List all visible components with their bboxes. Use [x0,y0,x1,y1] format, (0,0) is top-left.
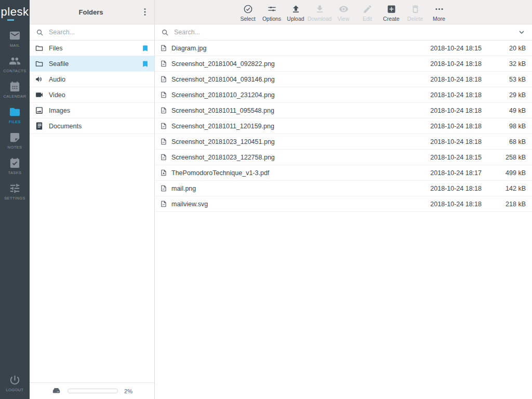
folder-item-video[interactable]: Video [30,87,154,103]
file-name: Screenshot_20181023_120451.png [171,138,414,145]
file-name: Diagram.jpg [171,45,414,52]
folder-item-seafile[interactable]: Seafile [30,56,154,72]
sidebar-item-notes[interactable]: NOTES [0,129,30,152]
eye-icon [339,4,349,14]
task-calendar-icon [9,157,21,169]
folders-search-input[interactable] [48,28,148,36]
file-row[interactable]: mailview.svg 2018-10-24 18:18 218 kB [155,196,532,212]
chevron-down-icon[interactable] [517,28,526,36]
file-name: Screenshot_20181011_120159.png [171,123,414,130]
plesk-logo-underline [7,19,14,21]
image-file-icon [160,184,167,192]
file-row[interactable]: Screenshot_20181023_122758.png 2018-10-2… [155,150,532,165]
sidebar-item-files[interactable]: FILES [0,103,30,127]
file-size: 98 kB [482,123,526,130]
files-search-input[interactable] [173,28,513,36]
video-icon [35,90,44,99]
file-row[interactable]: Screenshot_20181023_120451.png 2018-10-2… [155,134,532,150]
file-modified: 2018-10-24 18:15 [414,154,482,161]
image-file-icon [160,91,167,99]
upload-button[interactable]: Upload [284,2,307,22]
file-toolbar: Select Options Upload Download View Edit… [155,0,532,24]
file-row[interactable]: Screenshot_20181004_092822.png 2018-10-2… [155,56,532,72]
file-name: Screenshot_20181011_095548.png [171,107,414,114]
pencil-icon [363,4,373,14]
file-list: Diagram.jpg 2018-10-24 18:15 20 kB Scree… [155,41,532,399]
folders-panel-header: Folders [30,0,154,24]
search-icon [161,29,169,36]
file-name: Screenshot_20181023_122758.png [171,154,414,161]
sidebar-item-mail[interactable]: MAIL [0,27,30,50]
file-size: 32 kB [482,60,526,68]
file-size: 499 kB [482,169,526,177]
mail-icon [9,30,21,42]
folders-panel: Folders Files Seafile Audio Video Images… [30,0,155,399]
image-file-icon [160,200,167,208]
file-modified: 2018-10-24 18:18 [414,91,482,99]
sidebar-item-tasks[interactable]: TASKS [0,154,30,178]
file-modified: 2018-10-24 18:18 [414,138,482,145]
download-button[interactable]: Download [308,2,331,22]
disk-icon [51,386,61,396]
bookmark-icon[interactable] [141,44,149,52]
file-modified: 2018-10-24 18:18 [414,201,482,208]
kebab-menu-icon[interactable] [140,7,150,17]
sidebar-item-calendar[interactable]: CALENDAR [0,78,30,101]
file-row[interactable]: Screenshot_20181004_093146.png 2018-10-2… [155,72,532,87]
folders-panel-title: Folders [30,8,140,16]
plesk-logo-text: plesk [1,5,29,19]
bookmark-icon[interactable] [141,60,149,68]
file-modified: 2018-10-24 18:18 [414,123,482,130]
sidebar-item-contacts[interactable]: CONTACTS [0,52,30,76]
file-modified: 2018-10-24 18:18 [414,60,482,68]
upload-icon [291,4,301,14]
file-name: Screenshot_20181010_231204.png [171,91,414,99]
file-size: 29 kB [482,91,526,99]
image-file-icon [160,122,167,130]
image-file-icon [160,107,167,114]
search-icon [36,29,44,36]
file-row[interactable]: Screenshot_20181011_095548.png 2018-10-2… [155,103,532,118]
file-modified: 2018-10-24 18:18 [414,76,482,83]
file-modified: 2018-10-24 18:18 [414,107,482,114]
delete-button[interactable]: Delete [404,2,427,22]
calendar-icon [9,81,21,92]
folder-item-documents[interactable]: Documents [30,118,154,134]
file-browser-main: Select Options Upload Download View Edit… [155,0,532,399]
storage-percent-label: 2% [124,388,132,394]
ellipsis-icon [434,4,444,14]
more-button[interactable]: More [428,2,450,22]
image-icon [35,106,44,115]
plus-square-icon [387,4,396,14]
options-button[interactable]: Options [260,2,283,22]
sidebar-item-logout[interactable]: LOGOUT [0,371,30,395]
storage-progress-bar [68,389,118,393]
app-sidebar: plesk MAIL CONTACTS CALENDAR FILES NOTES… [0,0,30,399]
folder-item-files[interactable]: Files [30,41,154,56]
folder-item-audio[interactable]: Audio [30,72,154,87]
note-icon [9,131,21,143]
sidebar-item-settings[interactable]: SETTINGS [0,180,30,203]
select-button[interactable]: Select [236,2,259,22]
file-row[interactable]: Diagram.jpg 2018-10-24 18:15 20 kB [155,41,532,56]
folder-item-images[interactable]: Images [30,103,154,118]
file-name: mail.png [171,185,414,192]
view-button[interactable]: View [332,2,355,22]
image-file-icon [160,75,167,83]
file-row[interactable]: mail.png 2018-10-24 18:18 142 kB [155,181,532,196]
file-row[interactable]: Screenshot_20181010_231204.png 2018-10-2… [155,87,532,103]
folder-list: Files Seafile Audio Video Images Documen… [30,41,154,134]
files-search-row [155,24,532,41]
file-modified: 2018-10-24 18:17 [414,169,482,177]
pdf-file-icon [160,169,167,177]
file-row[interactable]: ThePomodoroTechnique_v1-3.pdf 2018-10-24… [155,165,532,181]
file-size: 258 kB [482,154,526,161]
file-size: 218 kB [482,201,526,208]
file-size: 49 kB [482,107,526,114]
file-modified: 2018-10-24 18:15 [414,45,482,52]
file-size: 68 kB [482,138,526,145]
edit-button[interactable]: Edit [356,2,379,22]
storage-indicator: 2% [30,382,154,399]
create-button[interactable]: Create [380,2,403,22]
file-row[interactable]: Screenshot_20181011_120159.png 2018-10-2… [155,118,532,134]
